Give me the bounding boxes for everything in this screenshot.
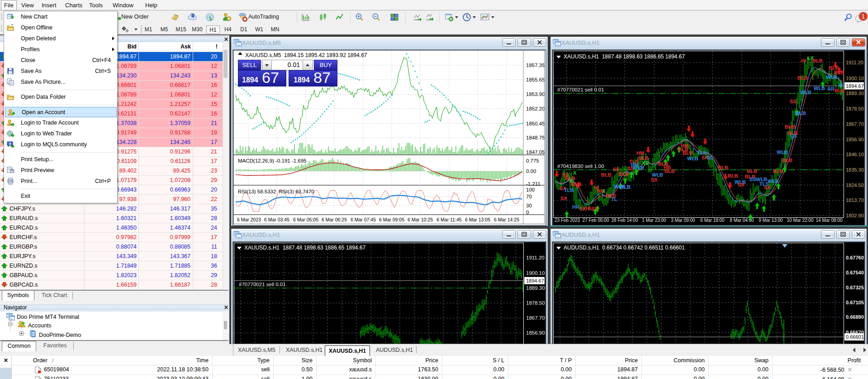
svg-text:WLB: WLB [814, 86, 825, 91]
svg-text:XAUUSD.s,H1 1887.48 1898.63 1: XAUUSD.s,H1 1887.48 1898.63 1886.65 1894… [564, 53, 685, 60]
svg-text:70: 70 [526, 194, 532, 199]
svg-text:0.67760: 0.67760 [846, 255, 864, 260]
svg-text:0: 0 [526, 210, 529, 215]
svg-text:0.00: 0.00 [526, 168, 536, 174]
svg-text:1867.70: 1867.70 [526, 315, 545, 321]
svg-text:WLB: WLB [768, 178, 779, 184]
svg-text:RSI(13) 58.5332 RSI(3) 63,747: RSI(13) 58.5332 RSI(3) 63,7470 [238, 189, 314, 194]
svg-text:HM: HM [681, 143, 688, 149]
svg-text:AUDUSD.s,H1 0.66734 0.66742 0: AUDUSD.s,H1 0.66734 0.66742 0.66511 0.66… [564, 245, 685, 251]
svg-text:WLB: WLB [795, 110, 806, 116]
svg-text:HR: HR [572, 204, 579, 210]
svg-text:SX: SX [738, 182, 745, 187]
svg-text:WLB: WLB [687, 156, 698, 161]
svg-text:WLB: WLB [619, 184, 631, 190]
svg-text:X: X [573, 170, 577, 176]
svg-text:0.66601: 0.66601 [846, 334, 864, 340]
svg-text:BLB: BLB [747, 168, 757, 174]
svg-text:TL: TL [611, 197, 617, 202]
svg-text:1856.90: 1856.90 [846, 137, 864, 142]
svg-text:1857.35: 1857.35 [526, 62, 545, 68]
svg-text:SX: SX [651, 177, 658, 182]
svg-text:1852.20: 1852.20 [526, 106, 545, 111]
svg-text:BLB: BLB [782, 158, 792, 163]
svg-text:AR: AR [827, 86, 835, 91]
svg-text:HM: HM [631, 162, 639, 168]
svg-text:27 Feb 05:00: 27 Feb 05:00 [583, 218, 609, 223]
svg-text:30: 30 [526, 203, 532, 208]
svg-text:1855.65: 1855.65 [526, 77, 545, 82]
svg-text:1802.90: 1802.90 [846, 213, 864, 218]
svg-text:#70419830 sell 1.00: #70419830 sell 1.00 [557, 163, 604, 169]
svg-text:XAUUSD.s,H1 1887.48 1898.63 1: XAUUSD.s,H1 1887.48 1898.63 1886.65 1894… [244, 245, 366, 251]
svg-text:HI: HI [801, 58, 806, 63]
svg-text:1878.50: 1878.50 [846, 106, 864, 111]
svg-text:XAUUSD.s,M5 1894.15 1895.42 1: XAUUSD.s,M5 1894.15 1895.42 1893.92 1894… [245, 52, 367, 58]
svg-text:BLB: BLB [812, 58, 823, 63]
svg-text:1813.70: 1813.70 [846, 197, 864, 203]
svg-text:28 Feb 14:00: 28 Feb 14:00 [612, 218, 638, 223]
svg-text:BLB: BLB [601, 172, 612, 178]
svg-text:BLB: BLB [664, 168, 675, 174]
svg-text:1900.10: 1900.10 [526, 270, 545, 276]
svg-text:BLB: BLB [718, 165, 728, 170]
svg-text:6 Mar 05:05: 6 Mar 05:05 [293, 217, 318, 222]
svg-text:-1.211: -1.211 [526, 181, 541, 187]
svg-text:1847.05: 1847.05 [526, 149, 545, 155]
svg-text:1894.67: 1894.67 [526, 278, 544, 283]
svg-text:6 Mar 03:45: 6 Mar 03:45 [264, 217, 289, 222]
svg-text:6 Mar 10:25: 6 Mar 10:25 [408, 217, 433, 222]
svg-text:BHB: BHB [785, 124, 796, 130]
svg-text:0.67540: 0.67540 [846, 270, 864, 275]
svg-text:6 Mar 11:45: 6 Mar 11:45 [436, 217, 461, 222]
svg-text:SX: SX [764, 185, 771, 190]
svg-text:1894.67: 1894.67 [846, 83, 864, 89]
svg-text:BLE: BLE [835, 88, 844, 93]
svg-text:6 Mar 2023: 6 Mar 2023 [237, 217, 261, 222]
svg-text:BLB: BLB [571, 182, 582, 187]
svg-text:1900.10: 1900.10 [846, 76, 864, 81]
svg-text:SS: SS [790, 99, 797, 104]
svg-text:6 Mar 09:05: 6 Mar 09:05 [379, 217, 404, 222]
svg-text:SS: SS [749, 177, 756, 182]
svg-text:0.67105: 0.67105 [846, 300, 864, 305]
svg-text:BLB: BLB [834, 70, 844, 75]
svg-text:1911.20: 1911.20 [526, 255, 545, 260]
svg-text:0.66890: 0.66890 [846, 314, 864, 320]
svg-text:1889.30: 1889.30 [526, 285, 545, 291]
svg-text:1835.30: 1835.30 [846, 167, 864, 173]
svg-text:WLB: WLB [800, 90, 811, 95]
svg-text:1850.45: 1850.45 [526, 121, 545, 126]
svg-text:WLB: WLB [652, 172, 663, 178]
svg-text:1 Mar 23:00: 1 Mar 23:00 [642, 218, 666, 223]
svg-text:1856.90: 1856.90 [526, 330, 545, 336]
svg-text:3 Mar 09:00: 3 Mar 09:00 [671, 218, 695, 223]
svg-text:6 Mar 18:00: 6 Mar 18:00 [700, 218, 725, 223]
svg-text:BLB: BLB [797, 75, 808, 81]
svg-text:SL: SL [707, 155, 713, 160]
svg-text:1889.30: 1889.30 [846, 91, 864, 96]
svg-text:23 Feb 2023: 23 Feb 2023 [555, 218, 580, 223]
svg-text:100: 100 [526, 187, 535, 192]
svg-text:1: 1 [861, 13, 865, 20]
svg-text:10 Mar 22:00: 10 Mar 22:00 [787, 218, 814, 223]
svg-text:6 Mar 13:05: 6 Mar 13:05 [465, 217, 490, 222]
svg-text:BLB: BLB [618, 171, 629, 177]
svg-text:6 Mar 06:25: 6 Mar 06:25 [322, 217, 347, 222]
svg-text:B: B [839, 82, 843, 88]
svg-text:0.775: 0.775 [526, 158, 539, 163]
svg-text:1848.75: 1848.75 [526, 135, 545, 140]
svg-text:9 Mar 13:00: 9 Mar 13:00 [759, 218, 783, 223]
svg-text:1853.90: 1853.90 [526, 91, 545, 97]
svg-text:6 Mar 14:25: 6 Mar 14:25 [494, 217, 519, 222]
svg-text:BLB: BLB [683, 150, 693, 156]
svg-text:1911.20: 1911.20 [846, 60, 863, 65]
svg-text:0.67325: 0.67325 [846, 285, 864, 290]
svg-text:SX: SX [591, 206, 598, 211]
svg-text:1878.50: 1878.50 [526, 300, 545, 306]
svg-text:1824.50: 1824.50 [846, 182, 864, 188]
svg-text:14 Mar 08:00: 14 Mar 08:00 [816, 218, 843, 223]
svg-text:5: 5 [9, 142, 11, 146]
svg-text:TLB: TLB [564, 187, 574, 193]
svg-text:X: X [602, 188, 606, 194]
